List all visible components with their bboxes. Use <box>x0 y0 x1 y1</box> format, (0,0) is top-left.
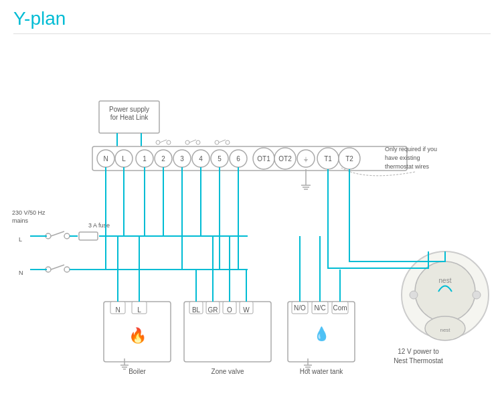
svg-text:N: N <box>19 270 23 276</box>
svg-point-10 <box>196 140 200 144</box>
svg-text:Boiler: Boiler <box>129 368 146 375</box>
svg-line-8 <box>160 140 167 142</box>
svg-text:Only required if you: Only required if you <box>385 146 437 152</box>
svg-text:W: W <box>243 306 250 314</box>
svg-text:O: O <box>227 306 232 314</box>
svg-text:L: L <box>19 236 22 243</box>
svg-line-51 <box>51 265 64 270</box>
svg-text:T2: T2 <box>345 155 353 163</box>
svg-text:mains: mains <box>12 217 29 224</box>
svg-text:for Heat Link: for Heat Link <box>110 114 149 121</box>
svg-text:Com: Com <box>333 304 347 312</box>
svg-line-46 <box>51 231 64 236</box>
svg-text:nest: nest <box>440 327 450 333</box>
svg-point-52 <box>64 267 70 272</box>
svg-text:L: L <box>122 155 126 163</box>
svg-point-9 <box>185 140 189 144</box>
page-title: Y-plan <box>0 0 504 33</box>
svg-text:3 A fuse: 3 A fuse <box>88 222 110 229</box>
svg-text:4: 4 <box>199 155 203 163</box>
svg-text:⏚: ⏚ <box>304 155 308 163</box>
svg-point-93 <box>473 291 481 299</box>
svg-text:GR: GR <box>208 306 218 314</box>
svg-point-47 <box>64 233 70 239</box>
svg-text:Power supply: Power supply <box>109 106 149 113</box>
svg-text:5: 5 <box>218 155 222 163</box>
svg-text:L: L <box>137 306 141 314</box>
svg-text:Nest Thermostat: Nest Thermostat <box>394 357 443 364</box>
svg-text:BL: BL <box>192 306 201 314</box>
diagram-area: Power supply for Heat Link <box>0 34 504 415</box>
svg-text:1: 1 <box>143 155 147 163</box>
svg-point-88 <box>415 261 475 322</box>
svg-point-92 <box>410 291 418 299</box>
svg-text:2: 2 <box>161 155 165 163</box>
svg-text:N: N <box>115 306 120 314</box>
svg-text:OT1: OT1 <box>257 155 270 163</box>
svg-text:N/O: N/O <box>294 304 306 312</box>
svg-text:Hot water tank: Hot water tank <box>300 368 343 375</box>
svg-text:💧: 💧 <box>313 326 330 342</box>
svg-text:12 V power to: 12 V power to <box>398 348 439 355</box>
svg-text:6: 6 <box>236 155 240 163</box>
svg-text:230 V/50 Hz: 230 V/50 Hz <box>12 209 46 216</box>
svg-point-13 <box>226 140 230 144</box>
svg-text:3: 3 <box>180 155 184 163</box>
svg-text:nest: nest <box>439 277 452 284</box>
svg-text:N/C: N/C <box>314 304 325 312</box>
svg-point-6 <box>156 140 160 144</box>
wiring-diagram: Power supply for Heat Link <box>0 34 504 415</box>
svg-text:thermostat wires: thermostat wires <box>385 163 430 170</box>
svg-text:Zone valve: Zone valve <box>212 368 244 375</box>
svg-line-11 <box>189 140 196 142</box>
svg-text:OT2: OT2 <box>278 155 292 163</box>
svg-text:N: N <box>103 155 108 163</box>
svg-rect-48 <box>79 232 98 240</box>
svg-line-14 <box>219 140 226 142</box>
svg-text:T1: T1 <box>324 155 332 163</box>
svg-text:have existing: have existing <box>385 154 420 161</box>
svg-point-7 <box>167 140 171 144</box>
svg-text:🔥: 🔥 <box>129 326 147 344</box>
svg-point-12 <box>215 140 219 144</box>
